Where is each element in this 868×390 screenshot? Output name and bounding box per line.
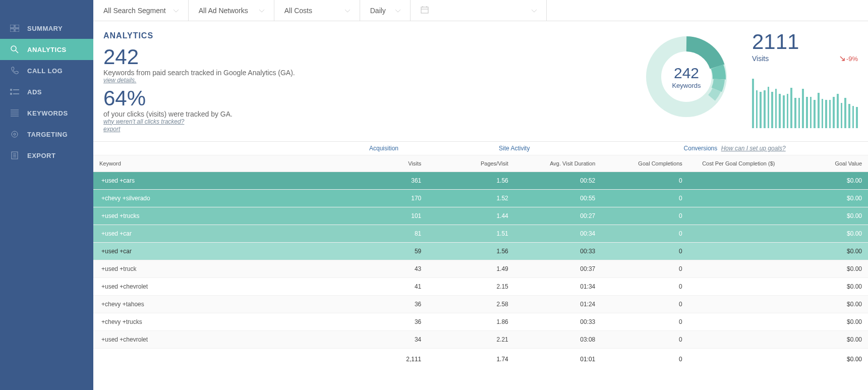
nav-summary[interactable]: SUMMARY — [0, 18, 93, 39]
svg-point-4 — [11, 46, 16, 51]
cell-visits: 81 — [340, 225, 428, 242]
spark-bar — [814, 100, 816, 128]
nav-label: ANALYTICS — [27, 46, 67, 53]
cell-visits: 170 — [340, 189, 428, 207]
svg-rect-9 — [13, 93, 19, 94]
donut-label: Keywords — [672, 82, 701, 89]
col-cost-per-goal[interactable]: Cost Per Goal Completion ($) — [688, 155, 781, 172]
total-goal-completions: 0 — [601, 348, 688, 370]
cell-gv: $0.00 — [781, 207, 868, 225]
cell-gv: $0.00 — [781, 225, 868, 242]
cell-cpg — [688, 172, 781, 189]
spark-bar — [841, 103, 843, 128]
table-row[interactable]: +chevy +tahoes362.5801:240$0.00 — [93, 295, 868, 313]
table-totals-row: 2,111 1.74 01:01 0 $0.00 — [93, 348, 868, 370]
spark-bar — [768, 87, 770, 128]
nav-call-log[interactable]: CALL LOG — [0, 60, 93, 81]
cell-visits: 361 — [340, 172, 428, 189]
table-row[interactable]: +used +chevrolet412.1501:340$0.00 — [93, 277, 868, 295]
cell-gv: $0.00 — [781, 189, 868, 207]
cell-cpg — [688, 313, 781, 330]
cell-keyword: +used +trucks — [93, 207, 340, 225]
nav-keywords[interactable]: KEYWORDS — [0, 102, 93, 124]
spark-bar — [833, 97, 835, 128]
cell-cpg — [688, 260, 781, 277]
cell-gv: $0.00 — [781, 295, 868, 313]
table-row[interactable]: +used +chevrolet342.2103:080$0.00 — [93, 330, 868, 348]
col-visits[interactable]: Visits — [340, 155, 428, 172]
filter-networks[interactable]: All Ad Networks — [189, 0, 274, 21]
ads-icon — [9, 87, 20, 96]
search-icon — [9, 45, 20, 54]
cell-pages: 1.51 — [427, 225, 514, 242]
filter-segment[interactable]: All Search Segment — [93, 0, 189, 21]
spark-bar — [771, 92, 773, 128]
table-row[interactable]: +chevy +silverado1701.5200:550$0.00 — [93, 189, 868, 207]
svg-rect-3 — [15, 29, 19, 32]
filter-date-range[interactable] — [411, 0, 547, 21]
table-row[interactable]: +used +car591.5600:330$0.00 — [93, 242, 868, 260]
export-link[interactable]: export — [103, 126, 626, 134]
tracked-caption: of your clicks (visits) were tracked by … — [103, 110, 626, 118]
cell-gv: $0.00 — [781, 277, 868, 295]
nav-export[interactable]: EXPORT — [0, 145, 93, 166]
col-goal-completions[interactable]: Goal Completions — [601, 155, 688, 172]
total-visits: 2,111 — [340, 348, 428, 370]
total-cost-per-goal — [688, 348, 781, 370]
total-duration: 01:01 — [514, 348, 602, 370]
spark-bar — [856, 107, 858, 128]
spark-bar — [848, 104, 850, 128]
chevron-down-icon — [259, 7, 265, 15]
nav-ads[interactable]: ADS — [0, 81, 93, 102]
cell-gc: 0 — [601, 172, 688, 189]
col-avg-duration[interactable]: Avg. Visit Duration — [514, 155, 602, 172]
goals-help-link[interactable]: How can I set up goals? — [721, 145, 786, 152]
cell-pages: 1.44 — [427, 207, 514, 225]
keywords-caption: Keywords from paid search tracked in Goo… — [103, 69, 626, 77]
spark-bar — [802, 89, 804, 128]
col-keyword[interactable]: Keyword — [93, 155, 340, 172]
cell-visits: 41 — [340, 277, 428, 295]
spark-bar — [775, 89, 777, 128]
keywords-table-wrap: Acquisition Site Activity Conversions Ho… — [93, 141, 868, 390]
why-not-tracked-link[interactable]: why weren't all clicks tracked? — [103, 118, 626, 126]
cell-keyword: +used +truck — [93, 260, 340, 277]
table-row[interactable]: +used +truck431.4900:370$0.00 — [93, 260, 868, 277]
table-row[interactable]: +chevy +trucks361.8600:330$0.00 — [93, 313, 868, 330]
cell-keyword: +used +chevrolet — [93, 330, 340, 348]
tracked-percent: 64% — [103, 88, 626, 109]
filter-bar: All Search Segment All Ad Networks All C… — [93, 0, 868, 21]
nav-label: SUMMARY — [27, 25, 63, 32]
cell-keyword: +chevy +tahoes — [93, 295, 340, 313]
visits-panel: 2111 Visits -9% — [752, 31, 858, 128]
nav-analytics[interactable]: ANALYTICS — [0, 39, 93, 60]
cell-gv: $0.00 — [781, 330, 868, 348]
filter-label: All Ad Networks — [199, 7, 248, 15]
view-details-link[interactable]: view details. — [103, 77, 626, 85]
cell-keyword: +used +car — [93, 225, 340, 242]
cell-dur: 01:34 — [514, 277, 602, 295]
chevron-down-icon — [173, 7, 179, 15]
visits-sparkline — [752, 78, 858, 128]
spark-bar — [822, 99, 824, 128]
nav-label: CALL LOG — [27, 67, 63, 75]
filter-costs[interactable]: All Costs — [274, 0, 360, 21]
table-row[interactable]: +used +cars3611.5600:520$0.00 — [93, 172, 868, 189]
svg-rect-8 — [10, 93, 12, 95]
cell-pages: 1.52 — [427, 189, 514, 207]
svg-rect-1 — [15, 25, 19, 28]
col-goal-value[interactable]: Goal Value — [781, 155, 868, 172]
cell-dur: 00:34 — [514, 225, 602, 242]
spark-bar — [829, 100, 831, 128]
spark-bar — [756, 90, 758, 128]
cell-cpg — [688, 242, 781, 260]
table-row[interactable]: +used +car811.5100:340$0.00 — [93, 225, 868, 242]
spark-bar — [779, 94, 781, 128]
table-row[interactable]: +used +trucks1011.4400:270$0.00 — [93, 207, 868, 225]
nav-targeting[interactable]: TARGETING — [0, 124, 93, 145]
spark-bar — [752, 79, 754, 128]
cell-keyword: +chevy +silverado — [93, 189, 340, 207]
target-icon — [9, 130, 20, 139]
col-pages-visit[interactable]: Pages/Visit — [427, 155, 514, 172]
filter-interval[interactable]: Daily — [360, 0, 411, 21]
